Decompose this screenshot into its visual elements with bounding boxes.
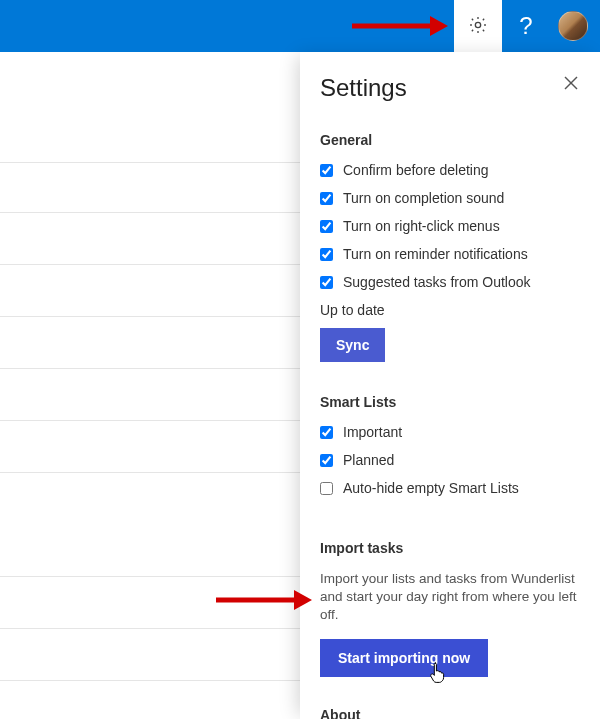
section-heading-general: General bbox=[320, 132, 580, 148]
option-reminder[interactable]: Turn on reminder notifications bbox=[320, 246, 580, 262]
section-heading-smart-lists: Smart Lists bbox=[320, 394, 580, 410]
checkbox-right-click[interactable] bbox=[320, 220, 333, 233]
option-label: Planned bbox=[343, 452, 394, 468]
option-label: Turn on reminder notifications bbox=[343, 246, 528, 262]
app-topbar: ? bbox=[0, 0, 600, 52]
settings-panel: Settings General Confirm before deleting… bbox=[300, 52, 600, 719]
option-right-click[interactable]: Turn on right-click menus bbox=[320, 218, 580, 234]
help-button[interactable]: ? bbox=[502, 0, 550, 52]
checkbox-completion-sound[interactable] bbox=[320, 192, 333, 205]
option-label: Confirm before deleting bbox=[343, 162, 489, 178]
checkbox-planned[interactable] bbox=[320, 454, 333, 467]
start-importing-button[interactable]: Start importing now bbox=[320, 639, 488, 677]
sync-status-text: Up to date bbox=[320, 302, 580, 318]
close-icon bbox=[564, 76, 578, 93]
option-confirm-delete[interactable]: Confirm before deleting bbox=[320, 162, 580, 178]
checkbox-reminder[interactable] bbox=[320, 248, 333, 261]
panel-title: Settings bbox=[320, 74, 407, 102]
option-autohide[interactable]: Auto-hide empty Smart Lists bbox=[320, 480, 580, 496]
option-suggested-outlook[interactable]: Suggested tasks from Outlook bbox=[320, 274, 580, 290]
svg-point-0 bbox=[475, 22, 480, 27]
option-completion-sound[interactable]: Turn on completion sound bbox=[320, 190, 580, 206]
option-label: Turn on right-click menus bbox=[343, 218, 500, 234]
settings-gear-button[interactable] bbox=[454, 0, 502, 52]
avatar[interactable] bbox=[558, 11, 588, 41]
section-heading-about: About bbox=[320, 707, 580, 719]
option-label: Suggested tasks from Outlook bbox=[343, 274, 531, 290]
help-icon: ? bbox=[519, 12, 532, 40]
gear-icon bbox=[468, 15, 488, 38]
option-label: Auto-hide empty Smart Lists bbox=[343, 480, 519, 496]
option-important[interactable]: Important bbox=[320, 424, 580, 440]
option-planned[interactable]: Planned bbox=[320, 452, 580, 468]
checkbox-important[interactable] bbox=[320, 426, 333, 439]
option-label: Important bbox=[343, 424, 402, 440]
close-button[interactable] bbox=[562, 74, 580, 95]
checkbox-confirm-delete[interactable] bbox=[320, 164, 333, 177]
checkbox-suggested-outlook[interactable] bbox=[320, 276, 333, 289]
import-description: Import your lists and tasks from Wunderl… bbox=[320, 570, 580, 625]
option-label: Turn on completion sound bbox=[343, 190, 504, 206]
section-heading-import: Import tasks bbox=[320, 540, 580, 556]
sync-button[interactable]: Sync bbox=[320, 328, 385, 362]
checkbox-autohide[interactable] bbox=[320, 482, 333, 495]
